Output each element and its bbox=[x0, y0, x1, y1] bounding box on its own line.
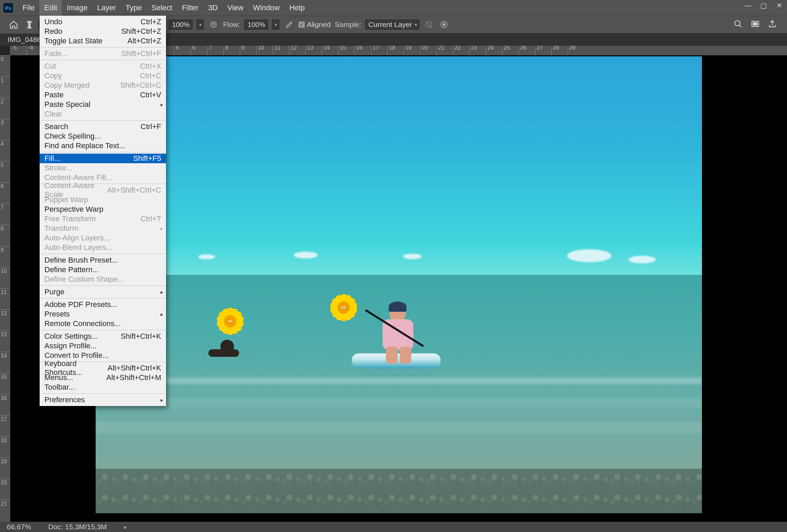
edit-menu-dropdown: UndoCtrl+ZRedoShift+Ctrl+ZToggle Last St… bbox=[40, 16, 166, 406]
menuitem-transform: Transform bbox=[40, 224, 166, 233]
opacity-input[interactable] bbox=[169, 19, 193, 30]
svg-point-1 bbox=[27, 27, 32, 29]
menuitem-auto-blend-layers: Auto-Blend Layers... bbox=[40, 243, 166, 252]
aligned-checkbox[interactable]: ✓ Aligned bbox=[299, 20, 331, 29]
menuitem-undo[interactable]: UndoCtrl+Z bbox=[40, 17, 166, 27]
menuitem-fade: Fade...Shift+Ctrl+F bbox=[40, 49, 166, 58]
svg-point-3 bbox=[291, 22, 292, 23]
menuitem-define-pattern[interactable]: Define Pattern... bbox=[40, 265, 166, 275]
menuitem-search[interactable]: SearchCtrl+F bbox=[40, 122, 166, 131]
menuitem-color-settings[interactable]: Color Settings...Shift+Ctrl+K bbox=[40, 332, 166, 341]
canvas[interactable]: •• •• bbox=[96, 56, 702, 513]
app-logo: Ps bbox=[3, 3, 13, 13]
menuitem-copy-merged: Copy MergedShift+Ctrl+C bbox=[40, 81, 166, 90]
sky-region bbox=[96, 56, 702, 275]
menu-view[interactable]: View bbox=[222, 0, 248, 16]
menuitem-fill[interactable]: Fill...Shift+F5 bbox=[40, 154, 166, 163]
minimize-button[interactable]: — bbox=[740, 0, 756, 11]
status-bar: 66,67% Doc: 15,3M/15,3M ▸ bbox=[0, 522, 787, 532]
menuitem-toggle-last-state[interactable]: Toggle Last StateAlt+Ctrl+Z bbox=[40, 36, 166, 46]
svg-point-6 bbox=[443, 24, 445, 26]
menuitem-convert-to-profile[interactable]: Convert to Profile... bbox=[40, 351, 166, 360]
sample-dropdown[interactable]: Current Layer bbox=[365, 19, 419, 30]
menuitem-define-brush-preset[interactable]: Define Brush Preset... bbox=[40, 255, 166, 265]
clone-stamp-tool-icon[interactable] bbox=[24, 19, 35, 30]
menuitem-clear: Clear bbox=[40, 109, 166, 119]
swimmer bbox=[208, 340, 239, 357]
screen-mode-icon[interactable] bbox=[751, 19, 760, 30]
menuitem-stroke: Stroke... bbox=[40, 163, 166, 173]
menuitem-redo[interactable]: RedoShift+Ctrl+Z bbox=[40, 27, 166, 36]
pressure-opacity-icon[interactable] bbox=[208, 19, 219, 30]
menuitem-copy: CopyCtrl+C bbox=[40, 71, 166, 81]
menuitem-content-aware-fill: Content-Aware Fill... bbox=[40, 173, 166, 182]
menuitem-menus[interactable]: Menus...Alt+Shift+Ctrl+M bbox=[40, 373, 166, 382]
menuitem-purge[interactable]: Purge bbox=[40, 287, 166, 297]
menuitem-check-spelling[interactable]: Check Spelling... bbox=[40, 131, 166, 141]
ignore-adjustment-icon[interactable] bbox=[424, 19, 434, 30]
menuitem-assign-profile[interactable]: Assign Profile... bbox=[40, 341, 166, 351]
menu-layer[interactable]: Layer bbox=[93, 0, 121, 16]
home-icon[interactable] bbox=[8, 18, 20, 31]
doc-size: Doc: 15,3M/15,3M bbox=[48, 523, 107, 531]
menuitem-free-transform: Free TransformCtrl+T bbox=[40, 214, 166, 224]
menu-image[interactable]: Image bbox=[62, 0, 92, 16]
menu-help[interactable]: Help bbox=[285, 0, 309, 16]
airbrush-icon[interactable] bbox=[284, 19, 294, 30]
menuitem-cut: CutCtrl+X bbox=[40, 61, 166, 71]
aligned-label: Aligned bbox=[307, 20, 331, 29]
sunflower-sticker: •• bbox=[331, 295, 356, 320]
window-controls: — ▢ ✕ bbox=[740, 0, 787, 11]
menuitem-puppet-warp: Puppet Warp bbox=[40, 195, 166, 205]
flow-label: Flow: bbox=[223, 20, 240, 29]
paddleboarder bbox=[352, 295, 447, 370]
menu-file[interactable]: File bbox=[18, 0, 39, 16]
menu-edit[interactable]: Edit bbox=[39, 0, 62, 16]
menuitem-adobe-pdf-presets[interactable]: Adobe PDF Presets... bbox=[40, 300, 166, 309]
flow-input[interactable] bbox=[244, 19, 268, 30]
svg-rect-0 bbox=[28, 23, 31, 27]
menuitem-find-and-replace-text[interactable]: Find and Replace Text... bbox=[40, 141, 166, 151]
menuitem-auto-align-layers: Auto-Align Layers... bbox=[40, 233, 166, 243]
status-arrow-icon[interactable]: ▸ bbox=[124, 524, 127, 530]
menu-window[interactable]: Window bbox=[248, 0, 285, 16]
flow-dropdown[interactable]: ▾ bbox=[272, 19, 279, 30]
clouds bbox=[96, 248, 702, 275]
menuitem-paste[interactable]: PasteCtrl+V bbox=[40, 90, 166, 100]
sunflower-sticker: •• bbox=[218, 309, 243, 334]
zoom-level[interactable]: 66,67% bbox=[7, 523, 31, 531]
menuitem-define-custom-shape: Define Custom Shape... bbox=[40, 275, 166, 284]
menuitem-perspective-warp[interactable]: Perspective Warp bbox=[40, 205, 166, 214]
menu-filter[interactable]: Filter bbox=[177, 0, 203, 16]
menu-type[interactable]: Type bbox=[121, 0, 147, 16]
share-icon[interactable] bbox=[768, 19, 777, 30]
menu-select[interactable]: Select bbox=[147, 0, 177, 16]
menuitem-remote-connections[interactable]: Remote Connections... bbox=[40, 319, 166, 328]
menuitem-paste-special[interactable]: Paste Special bbox=[40, 100, 166, 109]
pressure-size-icon[interactable] bbox=[439, 19, 450, 30]
svg-rect-9 bbox=[754, 23, 757, 25]
close-button[interactable]: ✕ bbox=[771, 0, 787, 11]
ruler-vertical[interactable]: 0123456789101112131415161718192021 bbox=[0, 55, 10, 522]
svg-point-7 bbox=[735, 20, 740, 26]
menu-3d[interactable]: 3D bbox=[203, 0, 222, 16]
menuitem-toolbar[interactable]: Toolbar... bbox=[40, 382, 166, 392]
menuitem-content-aware-scale: Content-Aware ScaleAlt+Shift+Ctrl+C bbox=[40, 185, 166, 195]
menubar: Ps FileEditImageLayerTypeSelectFilter3DV… bbox=[0, 0, 787, 16]
menuitem-preferences[interactable]: Preferences bbox=[40, 395, 166, 405]
menuitem-keyboard-shortcuts[interactable]: Keyboard Shortcuts...Alt+Shift+Ctrl+K bbox=[40, 363, 166, 373]
sample-label: Sample: bbox=[335, 20, 361, 29]
opacity-dropdown[interactable]: ▾ bbox=[196, 19, 204, 30]
menuitem-presets[interactable]: Presets bbox=[40, 309, 166, 319]
search-icon[interactable] bbox=[734, 19, 743, 30]
maximize-button[interactable]: ▢ bbox=[756, 0, 771, 11]
